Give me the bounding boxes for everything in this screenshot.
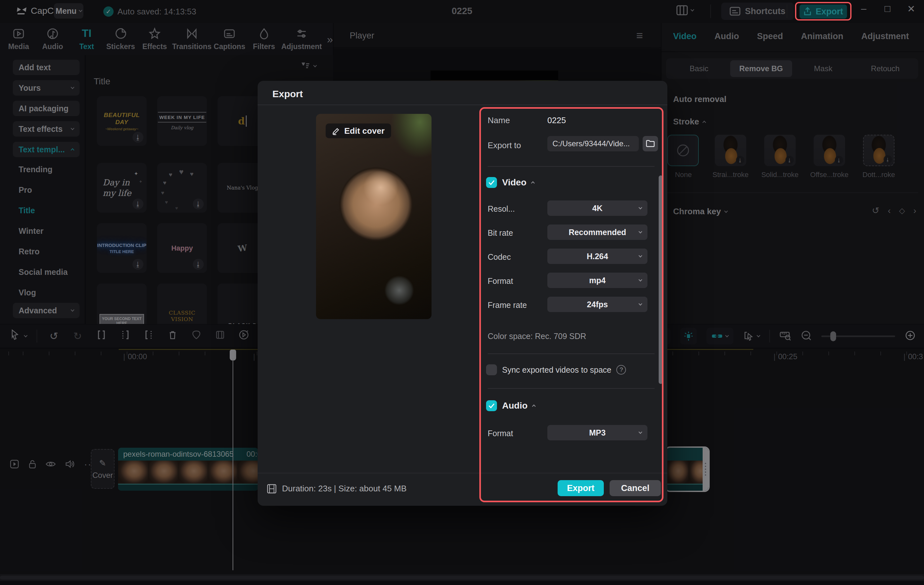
annotation-export-button [795,2,851,21]
film-icon [267,484,277,494]
annotation-export-settings [479,107,663,502]
dialog-title: Export [272,89,303,99]
export-summary: Duration: 23s | Size: about 45 MB [267,484,406,494]
pencil-icon [332,127,340,135]
capcut-app: CapCut Menu ✓ Auto saved: 14:13:53 0225 … [0,0,924,585]
edit-cover-button[interactable]: Edit cover [326,124,391,138]
divider [257,105,667,105]
export-cover-preview: Edit cover [316,114,432,319]
